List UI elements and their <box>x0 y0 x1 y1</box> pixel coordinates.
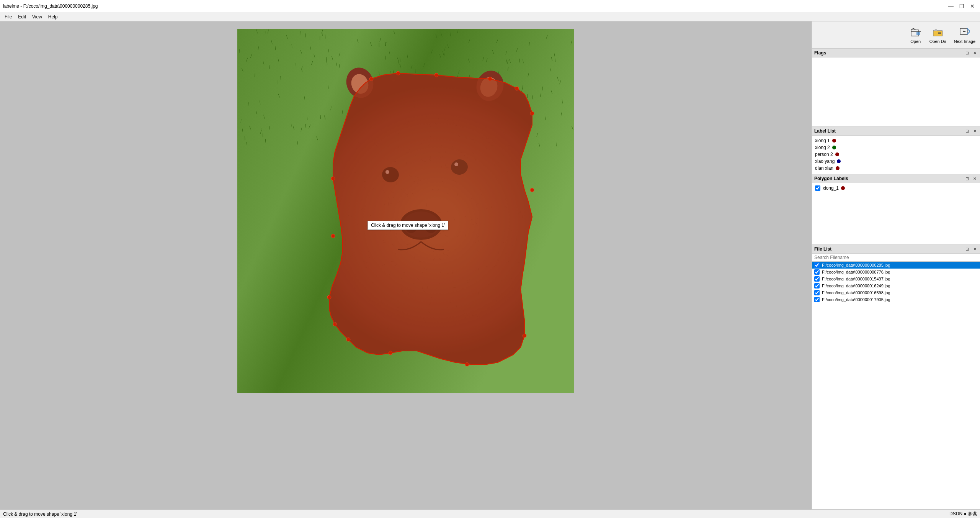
label-color-dot <box>836 166 840 170</box>
label-list-header-controls: ⊡ ✕ <box>964 128 978 134</box>
main-layout: Click & drag to move shape 'xiong 1' Ope… <box>0 21 980 510</box>
label-item[interactable]: person 2 <box>815 151 977 158</box>
file-checkbox[interactable] <box>814 276 820 282</box>
polygon-content: xiong_1 <box>812 183 980 244</box>
file-list-header-controls: ⊡ ✕ <box>964 246 978 252</box>
search-filename-input[interactable] <box>812 254 980 262</box>
label-text: xiao yang <box>815 159 835 164</box>
open-dir-button[interactable]: Open Dir <box>926 25 949 45</box>
menu-edit[interactable]: Edit <box>15 13 29 20</box>
file-checkbox[interactable] <box>814 262 820 268</box>
label-item[interactable]: xiong 2 <box>815 144 977 151</box>
open-dir-label: Open Dir <box>929 39 946 44</box>
file-item[interactable]: F:/coco/img_data\000000000776.jpg <box>812 269 980 275</box>
file-list-header: File List ⊡ ✕ <box>812 245 980 254</box>
polygon-labels-header: Polygon Labels ⊡ ✕ <box>812 174 980 183</box>
flags-content <box>812 57 980 126</box>
title-bar: labelme - F:/coco/img_data\000000000285.… <box>0 0 980 12</box>
flags-section: Flags ⊡ ✕ <box>812 49 980 127</box>
minimize-button[interactable]: — <box>946 2 956 10</box>
menu-view[interactable]: View <box>29 13 45 20</box>
open-icon <box>910 26 922 38</box>
label-text: dian xian <box>815 166 833 171</box>
title-controls: — ❐ ✕ <box>946 2 977 10</box>
label-list-title: Label List <box>814 128 836 134</box>
file-item[interactable]: F:/coco/img_data\000000016249.jpg <box>812 282 980 289</box>
polygon-item[interactable]: xiong_1 <box>815 185 977 192</box>
polygon-labels-float-button[interactable]: ⊡ <box>964 175 970 182</box>
file-checkbox[interactable] <box>814 290 820 295</box>
label-list-close-button[interactable]: ✕ <box>972 128 978 134</box>
flags-title: Flags <box>814 50 826 56</box>
file-list-items: F:/coco/img_data\000000000285.jpg F:/coc… <box>812 262 980 303</box>
next-image-label: Next Image <box>954 39 975 44</box>
file-list-content: F:/coco/img_data\000000000285.jpg F:/coc… <box>812 254 980 509</box>
menu-file[interactable]: File <box>2 13 15 20</box>
file-name: F:/coco/img_data\000000000285.jpg <box>822 263 890 267</box>
toolbar-section: Open Open Dir <box>812 21 980 49</box>
file-checkbox[interactable] <box>814 283 820 289</box>
file-name: F:/coco/img_data\000000000776.jpg <box>822 270 890 274</box>
status-right: DSDN ● 参谋 <box>949 511 977 517</box>
file-item[interactable]: F:/coco/img_data\000000017905.jpg <box>812 296 980 303</box>
file-checkbox[interactable] <box>814 297 820 302</box>
flags-close-button[interactable]: ✕ <box>972 50 978 56</box>
label-color-dot <box>837 159 841 163</box>
label-text: xiong 1 <box>815 138 830 143</box>
label-list-content: xiong 1 xiong 2 person 2 xiao yang dian … <box>812 136 980 174</box>
label-item[interactable]: dian xian <box>815 165 977 172</box>
open-label: Open <box>910 39 921 44</box>
polygon-color-dot <box>841 186 845 190</box>
file-list-float-button[interactable]: ⊡ <box>964 246 970 252</box>
svg-rect-16 <box>916 32 920 35</box>
menu-help[interactable]: Help <box>45 13 61 20</box>
file-checkbox[interactable] <box>814 269 820 275</box>
right-panel: Open Open Dir <box>812 21 980 510</box>
flags-float-button[interactable]: ⊡ <box>964 50 970 56</box>
file-name: F:/coco/img_data\000000017905.jpg <box>822 297 890 302</box>
file-name: F:/coco/img_data\000000016249.jpg <box>822 284 890 288</box>
open-button[interactable]: Open <box>906 25 925 45</box>
file-list-section: File List ⊡ ✕ F:/coco/img_data\000000000… <box>812 245 980 510</box>
status-bar: Click & drag to move shape 'xiong 1' DSD… <box>0 510 980 518</box>
polygon-labels-header-controls: ⊡ ✕ <box>964 175 978 182</box>
label-text: person 2 <box>815 152 833 157</box>
close-button[interactable]: ✕ <box>968 2 977 10</box>
file-list-title: File List <box>814 246 831 252</box>
next-image-button[interactable]: Next Image <box>951 25 978 45</box>
label-list-float-button[interactable]: ⊡ <box>964 128 970 134</box>
file-item[interactable]: F:/coco/img_data\000000000285.jpg <box>812 262 980 269</box>
polygon-labels-section: Polygon Labels ⊡ ✕ xiong_1 <box>812 174 980 245</box>
polygon-label-text: xiong_1 <box>823 185 839 191</box>
maximize-button[interactable]: ❐ <box>957 2 966 10</box>
title-text: labelme - F:/coco/img_data\000000000285.… <box>3 3 98 9</box>
open-dir-icon <box>932 26 944 38</box>
label-item[interactable]: xiao yang <box>815 158 977 165</box>
file-name: F:/coco/img_data\000000015497.jpg <box>822 277 890 281</box>
next-image-icon <box>959 26 971 38</box>
menu-bar: File Edit View Help <box>0 12 980 21</box>
label-color-dot <box>832 146 836 149</box>
status-left: Click & drag to move shape 'xiong 1' <box>3 511 77 517</box>
canvas-area[interactable]: Click & drag to move shape 'xiong 1' <box>0 21 812 510</box>
polygon-labels-close-button[interactable]: ✕ <box>972 175 978 182</box>
flags-header-controls: ⊡ ✕ <box>964 50 978 56</box>
image-container: Click & drag to move shape 'xiong 1' <box>237 29 574 393</box>
file-list-close-button[interactable]: ✕ <box>972 246 978 252</box>
label-color-dot <box>832 139 836 143</box>
file-item[interactable]: F:/coco/img_data\000000016598.jpg <box>812 289 980 296</box>
label-list-section: Label List ⊡ ✕ xiong 1 xiong 2 person 2 … <box>812 127 980 174</box>
flags-header: Flags ⊡ ✕ <box>812 49 980 57</box>
label-list-header: Label List ⊡ ✕ <box>812 127 980 136</box>
polygon-labels-title: Polygon Labels <box>814 176 848 181</box>
label-color-dot <box>835 152 839 156</box>
polygon-checkbox[interactable] <box>815 185 820 191</box>
bear-canvas[interactable] <box>237 29 574 393</box>
label-text: xiong 2 <box>815 145 830 150</box>
file-item[interactable]: F:/coco/img_data\000000015497.jpg <box>812 275 980 282</box>
file-name: F:/coco/img_data\000000016598.jpg <box>822 290 890 295</box>
label-item[interactable]: xiong 1 <box>815 137 977 144</box>
